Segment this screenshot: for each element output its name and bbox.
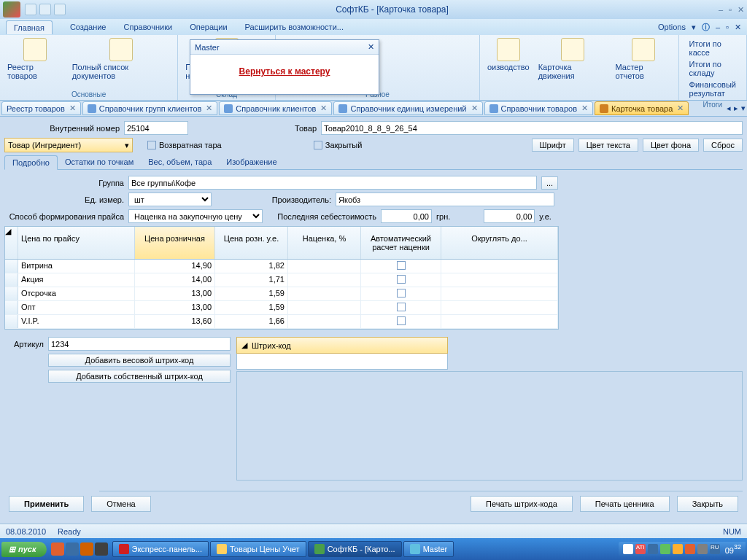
type-dropdown[interactable]: Товар (Ингредиент)▾ bbox=[4, 138, 133, 152]
text-color-button[interactable]: Цвет текста bbox=[578, 139, 638, 152]
ql-icon[interactable] bbox=[80, 542, 93, 556]
tray-icon[interactable] bbox=[685, 544, 695, 554]
group-field[interactable] bbox=[128, 176, 537, 190]
col-retail[interactable]: Цена розничная bbox=[135, 227, 215, 259]
registry-button[interactable]: Реестр товаров bbox=[4, 36, 66, 82]
inner-no-field[interactable] bbox=[124, 121, 188, 135]
table-row[interactable]: V.I.P.13,601,66 bbox=[5, 315, 558, 329]
tabs-right-icon[interactable]: ▸ bbox=[734, 104, 738, 113]
close-icon[interactable]: ✕ bbox=[738, 5, 744, 15]
tray-icon[interactable] bbox=[660, 544, 670, 554]
full-doclist-button[interactable]: Полный список документов bbox=[69, 36, 174, 82]
tray-icon[interactable] bbox=[648, 544, 658, 554]
totals-stock-link[interactable]: Итоги по складу bbox=[689, 60, 736, 77]
mdi-close-icon[interactable]: ✕ bbox=[735, 23, 741, 32]
doctab-client-groups[interactable]: Справочник групп клиентов✕ bbox=[82, 101, 218, 115]
qat-new-icon[interactable] bbox=[25, 4, 36, 15]
production-button[interactable]: оизводство bbox=[484, 36, 533, 73]
subtab-stock[interactable]: Остатки по точкам bbox=[58, 155, 141, 169]
print-barcode-button[interactable]: Печать штрих-кода bbox=[471, 496, 573, 512]
doctab-clients[interactable]: Справочник клиентов✕ bbox=[219, 101, 332, 115]
apply-button[interactable]: Применить bbox=[9, 496, 84, 512]
col-auto-markup[interactable]: Автоматический расчет наценки bbox=[361, 227, 441, 259]
maker-field[interactable] bbox=[336, 192, 554, 206]
start-button[interactable]: ⊞пуск bbox=[1, 542, 47, 557]
group-browse-button[interactable]: ... bbox=[541, 176, 558, 190]
subtab-detail[interactable]: Подробно bbox=[4, 155, 58, 170]
table-row[interactable]: Витрина14,901,82 bbox=[5, 260, 558, 273]
system-tray[interactable]: ATI RU 0932 bbox=[619, 542, 746, 557]
barcode-grid-body[interactable] bbox=[236, 354, 448, 370]
col-pricelist[interactable]: Цена по прайсу bbox=[18, 227, 135, 259]
subtab-weight[interactable]: Вес, объем, тара bbox=[141, 155, 219, 169]
task-master[interactable]: Master bbox=[403, 541, 454, 557]
close-icon[interactable]: ✕ bbox=[69, 104, 76, 113]
overlay-close-icon[interactable]: ✕ bbox=[368, 42, 374, 52]
quick-access-toolbar[interactable] bbox=[25, 4, 66, 15]
return-tare-checkbox[interactable]: Возвратная тара bbox=[147, 141, 222, 149]
close-button[interactable]: Закрыть bbox=[677, 496, 738, 512]
ribbon-tab-main[interactable]: Главная bbox=[6, 20, 53, 34]
close-icon[interactable]: ✕ bbox=[471, 104, 478, 113]
task-opera[interactable]: Экспресс-панель... bbox=[112, 541, 209, 557]
task-folder[interactable]: Товары Цены Учет bbox=[210, 541, 306, 557]
task-softkb[interactable]: СофтКБ - [Карто... bbox=[308, 541, 402, 557]
ql-icon[interactable] bbox=[51, 542, 64, 556]
doctab-goods[interactable]: Справочник товаров✕ bbox=[484, 101, 594, 115]
tray-volume-icon[interactable] bbox=[697, 544, 708, 554]
help-icon[interactable]: ⓘ bbox=[702, 22, 710, 33]
subtab-image[interactable]: Изображение bbox=[219, 155, 284, 169]
card-moves-button[interactable]: Карточка движения bbox=[535, 36, 610, 82]
totals-cash-link[interactable]: Итоги по кассе bbox=[689, 39, 736, 57]
ribbon-tab-extend[interactable]: Расширить возможности... bbox=[245, 23, 344, 31]
unit-dropdown[interactable]: шт bbox=[128, 192, 212, 206]
qat-undo-icon[interactable] bbox=[54, 4, 66, 15]
cancel-button[interactable]: Отмена bbox=[91, 496, 150, 512]
last-cost-field[interactable] bbox=[381, 209, 432, 223]
mdi-minimize-icon[interactable]: – bbox=[716, 23, 720, 31]
font-button[interactable]: Шрифт bbox=[532, 139, 574, 152]
doctab-units[interactable]: Справочник единиц измерений✕ bbox=[333, 101, 482, 115]
mdi-restore-icon[interactable]: ▫ bbox=[726, 23, 729, 31]
tabs-list-icon[interactable]: ▾ bbox=[741, 104, 746, 113]
col-round[interactable]: Округлять до... bbox=[441, 227, 558, 259]
close-icon[interactable]: ✕ bbox=[581, 104, 588, 113]
table-row[interactable]: Отсрочка13,001,59 bbox=[5, 287, 558, 301]
tovar-field[interactable] bbox=[321, 121, 743, 135]
tray-lang-icon[interactable]: RU bbox=[710, 544, 720, 554]
table-row[interactable]: Акция14,001,71 bbox=[5, 273, 558, 287]
qat-check-icon[interactable] bbox=[39, 4, 51, 15]
doctab-card[interactable]: Карточка товара✕ bbox=[595, 101, 689, 115]
bg-color-button[interactable]: Цвет фона bbox=[643, 139, 699, 152]
article-field[interactable] bbox=[48, 337, 231, 351]
report-master-button[interactable]: Мастер отчетов bbox=[613, 36, 674, 82]
col-markup[interactable]: Наценка, % bbox=[288, 227, 361, 259]
ql-icon[interactable] bbox=[66, 542, 79, 556]
ribbon-tab-create[interactable]: Создание bbox=[70, 23, 107, 31]
print-tag-button[interactable]: Печать ценника bbox=[580, 496, 670, 512]
reset-button[interactable]: Сброс bbox=[703, 139, 743, 152]
fin-result-link[interactable]: Финансовый результат bbox=[689, 80, 736, 98]
last-cost-ue-field[interactable] bbox=[484, 209, 535, 223]
close-icon[interactable]: ✕ bbox=[206, 104, 212, 113]
close-icon[interactable]: ✕ bbox=[677, 104, 684, 113]
ql-icon[interactable] bbox=[95, 542, 108, 556]
barcode-grid-header[interactable]: ◢Штрих-код bbox=[236, 337, 448, 354]
options-dropdown[interactable]: Options bbox=[658, 23, 686, 31]
table-row[interactable]: Опт13,001,59 bbox=[5, 301, 558, 315]
closed-checkbox[interactable]: Закрытый bbox=[314, 141, 363, 149]
add-own-barcode-button[interactable]: Добавить собственный штрих-код bbox=[48, 370, 231, 383]
tray-ati-icon[interactable]: ATI bbox=[635, 544, 646, 554]
add-weight-barcode-button[interactable]: Добавить весовой штрих-код bbox=[48, 354, 231, 367]
clock[interactable]: 0932 bbox=[725, 543, 741, 556]
minimize-icon[interactable]: – bbox=[719, 5, 723, 15]
price-method-dropdown[interactable]: Наценка на закупочную цену bbox=[128, 209, 263, 223]
tray-shield-icon[interactable] bbox=[673, 544, 683, 554]
back-to-master-link[interactable]: Вернуться к мастеру bbox=[190, 55, 379, 77]
tabs-left-icon[interactable]: ◂ bbox=[727, 104, 731, 113]
tray-icon[interactable] bbox=[623, 544, 633, 554]
doctab-registry[interactable]: Реестр товаров✕ bbox=[1, 101, 81, 115]
ribbon-tab-refs[interactable]: Справочники bbox=[124, 23, 173, 31]
ribbon-tab-ops[interactable]: Операции bbox=[190, 23, 227, 31]
quick-launch[interactable] bbox=[51, 542, 108, 556]
